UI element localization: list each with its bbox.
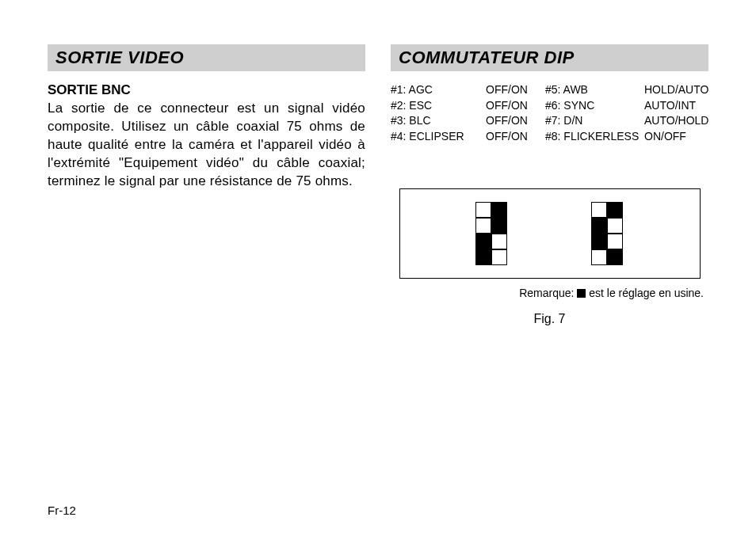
dip-switch-cell [607,249,623,265]
dip-switch-cell [591,234,607,249]
dip-label: #3: BLC [391,113,486,129]
dip-bank-left [476,202,508,265]
two-column-layout: SORTIE VIDEO SORTIE BNC La sortie de ce … [48,44,708,326]
section-header-video-output: SORTIE VIDEO [48,44,365,71]
dip-switch-cell [491,249,507,265]
dip-value: ON/OFF [644,129,716,145]
dip-left-block: #1: AGC OFF/ON #2: ESC OFF/ON #3: BLC OF… [391,82,545,144]
dip-switch-cell [591,218,607,234]
figure-caption: Fig. 7 [391,312,708,326]
dip-value: OFF/ON [486,82,545,98]
dip-label: #7: D/N [545,113,644,129]
dip-value: OFF/ON [486,98,545,114]
filled-square-icon [577,289,586,298]
right-column: COMMUTATEUR DIP #1: AGC OFF/ON #2: ESC O… [391,44,708,326]
dip-switch-cell [475,202,491,218]
figure-note-suffix: est le réglage en usine. [586,287,704,299]
dip-label: #8: FLICKERLESS [545,129,644,145]
dip-switch-cell [591,202,607,218]
dip-switch-cell [475,249,491,265]
dip-figure-box [399,188,701,279]
figure-note: Remarque: est le réglage en usine. [391,287,704,299]
dip-switch-cell [607,234,623,249]
page-number: Fr-12 [48,504,76,517]
dip-value: HOLD/AUTO [644,82,716,98]
left-column: SORTIE VIDEO SORTIE BNC La sortie de ce … [48,44,365,326]
dip-label: #4: ECLIPSER [391,129,486,145]
dip-switch-cell [475,218,491,234]
dip-switch-cell [475,234,491,249]
dip-switch-cell [491,234,507,249]
dip-right-block: #5: AWB HOLD/AUTO #6: SYNC AUTO/INT #7: … [545,82,716,144]
dip-switch-cell [591,249,607,265]
dip-value: AUTO/INT [644,98,716,114]
manual-page: SORTIE VIDEO SORTIE BNC La sortie de ce … [0,0,756,536]
dip-label: #6: SYNC [545,98,644,114]
dip-label: #5: AWB [545,82,644,98]
dip-value: AUTO/HOLD [644,113,716,129]
dip-value: OFF/ON [486,129,545,145]
subsection-header-bnc: SORTIE BNC [48,82,365,98]
dip-switch-cell [607,202,623,218]
body-paragraph: La sortie de ce connecteur est un signal… [48,100,365,191]
dip-switch-cell [491,218,507,234]
dip-switch-cell [491,202,507,218]
dip-figure-wrap: Remarque: est le réglage en usine. Fig. … [391,188,708,326]
section-header-dip-switch: COMMUTATEUR DIP [391,44,708,71]
dip-switch-list: #1: AGC OFF/ON #2: ESC OFF/ON #3: BLC OF… [391,82,708,144]
dip-switch-cell [607,218,623,234]
dip-label: #1: AGC [391,82,486,98]
figure-note-prefix: Remarque: [519,287,577,299]
dip-value: OFF/ON [486,113,545,129]
dip-bank-right [592,202,624,265]
dip-label: #2: ESC [391,98,486,114]
